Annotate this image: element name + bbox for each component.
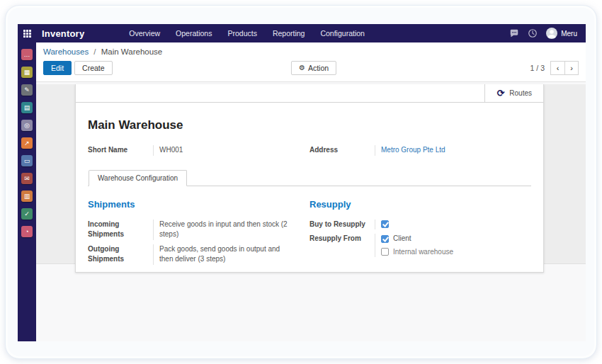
incoming-shipments-label: Incoming Shipments bbox=[88, 220, 153, 240]
resupply-from-internal-warehouse-checkbox[interactable] bbox=[381, 248, 389, 256]
field-group-top: Short Name WH001 Address Metro Group Pte… bbox=[88, 145, 531, 156]
form-sheet: ⟳ Routes Main Warehouse Short Name WH001 bbox=[75, 84, 544, 273]
button-box: ⟳ Routes bbox=[76, 84, 543, 103]
app-title: Inventory bbox=[42, 28, 84, 39]
pager: 1 / 3 ‹ › bbox=[530, 61, 579, 75]
shipments-section: Shipments Incoming Shipments Receive goo… bbox=[88, 199, 309, 265]
field-address: Address Metro Group Pte Ltd bbox=[309, 145, 531, 156]
pager-previous-button[interactable]: ‹ bbox=[550, 61, 564, 75]
breadcrumb-warehouses-link[interactable]: Warehouses bbox=[43, 47, 89, 56]
activities-clock-icon[interactable] bbox=[528, 28, 538, 38]
buy-to-resupply-label: Buy to Resupply bbox=[309, 220, 375, 230]
resupply-from-client-label: Client bbox=[393, 234, 411, 244]
field-outgoing-shipments: Outgoing Shipments Pack goods, send good… bbox=[88, 244, 309, 265]
resupply-from-client-checkbox[interactable] bbox=[381, 235, 389, 243]
menu-operations[interactable]: Operations bbox=[168, 24, 220, 42]
resupply-section: Resupply Buy to Resupply Resupply From bbox=[309, 199, 531, 265]
sidebar-app-crm-icon[interactable]: ◎ bbox=[21, 120, 33, 131]
apps-menu-button[interactable] bbox=[18, 24, 36, 42]
short-name-label: Short Name bbox=[88, 145, 153, 156]
tab-warehouse-configuration[interactable]: Warehouse Configuration bbox=[89, 170, 187, 186]
refresh-icon: ⟳ bbox=[496, 89, 504, 98]
pager-count: 1 / 3 bbox=[530, 64, 545, 72]
main-menu: Overview Operations Products Reporting C… bbox=[121, 24, 373, 42]
edit-button[interactable]: Edit bbox=[43, 61, 72, 75]
sidebar-app-notes-icon[interactable]: ✎ bbox=[21, 84, 33, 96]
user-name: Meru bbox=[561, 30, 577, 38]
user-menu[interactable]: Meru bbox=[546, 28, 577, 39]
form-view-background: ⟳ Routes Main Warehouse Short Name WH001 bbox=[36, 84, 586, 264]
field-resupply-from: Resupply From Client Interna bbox=[309, 234, 531, 257]
pager-next-button[interactable]: › bbox=[564, 61, 579, 75]
outgoing-shipments-value[interactable]: Pack goods, send goods in output and the… bbox=[153, 244, 291, 265]
sidebar-app-pos-icon[interactable]: ▭ bbox=[21, 155, 33, 166]
action-button-label: Action bbox=[308, 64, 329, 72]
resupply-from-label: Resupply From bbox=[309, 234, 375, 257]
sheet-body: Main Warehouse Short Name WH001 Addr bbox=[76, 103, 543, 272]
incoming-shipments-value[interactable]: Receive goods in input and then stock (2… bbox=[153, 220, 291, 240]
resupply-heading: Resupply bbox=[309, 199, 531, 210]
notebook-tabs: Warehouse Configuration bbox=[88, 170, 531, 186]
app-window: Inventory Overview Operations Products R… bbox=[18, 24, 586, 341]
short-name-value[interactable]: WH001 bbox=[153, 145, 291, 156]
routes-button[interactable]: ⟳ Routes bbox=[484, 84, 543, 102]
sidebar-app-purchase-icon[interactable]: ▥ bbox=[21, 190, 33, 202]
sidebar-app-discuss-icon[interactable]: … bbox=[21, 49, 33, 60]
address-value-link[interactable]: Metro Group Pte Ltd bbox=[381, 146, 445, 154]
main-content: Warehouses / Main Warehouse Edit Create … bbox=[36, 42, 586, 341]
field-short-name: Short Name WH001 bbox=[88, 145, 309, 156]
field-incoming-shipments: Incoming Shipments Receive goods in inpu… bbox=[88, 220, 309, 240]
field-buy-to-resupply: Buy to Resupply bbox=[309, 220, 531, 230]
menu-configuration[interactable]: Configuration bbox=[312, 24, 372, 42]
menu-products[interactable]: Products bbox=[220, 24, 264, 42]
control-panel-buttons: Edit Create ⚙ Action 1 / 3 ‹ › bbox=[43, 61, 579, 75]
breadcrumb-separator: / bbox=[93, 47, 96, 56]
menu-reporting[interactable]: Reporting bbox=[265, 24, 313, 42]
messages-icon[interactable] bbox=[509, 28, 519, 38]
tab-page-content: Shipments Incoming Shipments Receive goo… bbox=[88, 199, 531, 265]
apps-grid-icon bbox=[23, 30, 25, 32]
sidebar-app-calendar-icon[interactable]: ▦ bbox=[21, 67, 33, 78]
outgoing-shipments-label: Outgoing Shipments bbox=[88, 244, 153, 265]
control-panel: Warehouses / Main Warehouse Edit Create … bbox=[36, 42, 586, 82]
sidebar-app-email-marketing-icon[interactable]: ✉ bbox=[21, 173, 33, 184]
navbar-right: Meru bbox=[509, 28, 586, 39]
breadcrumb: Warehouses / Main Warehouse bbox=[43, 47, 579, 56]
resupply-from-internal-warehouse-label: Internal warehouse bbox=[393, 247, 453, 258]
sidebar-app-dashboards-icon[interactable]: ◔ bbox=[21, 226, 33, 237]
buy-to-resupply-checkbox[interactable] bbox=[381, 220, 389, 228]
action-button[interactable]: ⚙ Action bbox=[291, 61, 336, 75]
record-title: Main Warehouse bbox=[88, 118, 531, 132]
device-frame: Inventory Overview Operations Products R… bbox=[5, 5, 597, 359]
menu-overview[interactable]: Overview bbox=[121, 24, 168, 42]
sidebar-app-inventory-icon[interactable]: ✓ bbox=[21, 208, 33, 220]
sidebar-app-sales-icon[interactable]: ↗ bbox=[21, 137, 33, 149]
create-button[interactable]: Create bbox=[74, 61, 113, 75]
top-navbar: Inventory Overview Operations Products R… bbox=[18, 24, 586, 42]
sidebar-app-contacts-icon[interactable]: ▤ bbox=[21, 102, 33, 113]
routes-button-label: Routes bbox=[509, 89, 532, 97]
gear-icon: ⚙ bbox=[299, 64, 305, 72]
address-label: Address bbox=[309, 145, 375, 156]
shipments-heading: Shipments bbox=[88, 199, 309, 210]
app-sidebar: … ▦ ✎ ▤ ◎ ↗ ▭ ✉ ▥ ✓ ◔ bbox=[18, 42, 36, 341]
breadcrumb-current: Main Warehouse bbox=[101, 47, 163, 56]
user-avatar bbox=[546, 28, 557, 39]
